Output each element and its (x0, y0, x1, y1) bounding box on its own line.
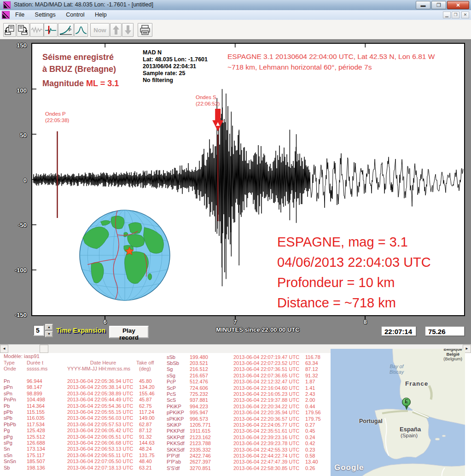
phase-duration: 199.480 (190, 354, 233, 360)
phase-datetime: 2013-06-04 22:05:36.94 UTC (67, 378, 139, 384)
time-expansion-down-button[interactable]: ▼ (45, 331, 53, 337)
scrollbar-thumb[interactable] (40, 345, 48, 353)
globe-image (78, 209, 171, 302)
phase-datetime: 2013-06-04 22:58:30.85 UTC (233, 465, 305, 471)
phase-datetime: 2013-06-04 22:06:05.42 UTC (67, 428, 139, 434)
phase-duration: 173.134 (27, 446, 67, 452)
pick-phase-icon (45, 24, 57, 35)
mdi-restore-button[interactable]: ❐ (452, 12, 459, 18)
phase-datetime: 2013-06-04 22:44:22.74 UTC (233, 453, 305, 459)
play-record-button[interactable]: Play record (109, 326, 149, 338)
close-button[interactable]: ✕ (447, 1, 469, 9)
phase-takeoff: 0.45 (305, 428, 331, 434)
menu-control[interactable]: Control (62, 10, 88, 19)
menu-help[interactable]: Help (91, 10, 111, 19)
phase-takeoff: 2.00 (305, 397, 331, 403)
cursor-time-field[interactable] (381, 326, 416, 336)
phase-datetime: 2013-06-04 22:39:23.16 UTC (233, 435, 305, 441)
phase-takeoff: 87.12 (305, 366, 331, 372)
phase-row: pPKiKP995.9472013-06-04 22:20:35.94 UTC1… (167, 410, 332, 416)
phase-takeoff: 0.44 (305, 404, 331, 410)
phase-duration: 126.688 (27, 440, 67, 446)
time-expansion-label: Time Expansion (56, 327, 105, 334)
phase-name: Sb (4, 465, 27, 471)
phase-name: PbPb (4, 422, 27, 428)
phase-row: Sg216.5122013-06-04 22:07:36.51 UTC87.12 (167, 366, 332, 372)
phase-datetime: 2013-06-04 22:05:38.14 UTC (67, 384, 139, 390)
scroll-left-button[interactable]: ◄ (0, 345, 8, 353)
phase-name: SKKPdf (167, 435, 190, 441)
phase-takeoff: 0.42 (305, 441, 331, 447)
phase-datetime: 2013-06-04 22:20:34.22 UTC (233, 404, 305, 410)
phase-name: ScS (167, 397, 190, 403)
phase-row: sSn175.1172013-06-04 22:06:55.11 UTC131.… (4, 452, 169, 458)
phase-datetime: 2013-06-04 22:07:05.50 UTC (67, 458, 139, 464)
location-map[interactable]: Bay ofBiscay France Portugal España (Spa… (331, 349, 465, 476)
svg-text:P: P (69, 28, 71, 32)
document-icon (2, 11, 10, 19)
phase-datetime: 2013-06-04 22:20:36.57 UTC (233, 416, 305, 422)
phase-name: Pb (4, 403, 27, 409)
phase-takeoff: 179.75 (305, 416, 331, 422)
phase-duration: 125.428 (27, 428, 67, 434)
print-button[interactable] (138, 23, 152, 37)
phase-row: Sn173.1342013-06-04 22:06:53.13 UTC48.24 (4, 446, 169, 452)
france-label: France (405, 380, 428, 387)
phase-duration: 2335.332 (190, 447, 233, 453)
phase-row: SnSn185.5072013-06-04 22:07:05.50 UTC48.… (4, 458, 169, 464)
p-wave-label: Ondes P (22:05:38) (45, 111, 69, 123)
y-tick-label: -100 (6, 267, 27, 274)
window-title: Station: MAD/MAD Lat: 48.035 Lon: -1.760… (14, 1, 153, 8)
save-file-button[interactable] (17, 23, 29, 37)
phase-takeoff: 48.24 (139, 446, 167, 452)
phase-takeoff: 155.46 (139, 391, 167, 397)
phase-row: PcP512.4762013-06-04 22:12:32.47 UTC1.87 (167, 379, 332, 385)
phase-row: Pn96.9442013-06-04 22:05:36.94 UTC45.80 (4, 378, 169, 384)
phase-takeoff: 62.87 (139, 422, 167, 428)
phase-name: pPb (4, 409, 27, 415)
phase-datetime: 2013-06-04 22:47:47.39 UTC (233, 459, 305, 465)
phase-datetime: 2013-06-04 22:12:32.47 UTC (233, 379, 305, 385)
bell-curve-icon (75, 24, 87, 35)
phase-datetime: 2013-06-04 22:16:04.60 UTC (233, 385, 305, 391)
phase-name: sSn (4, 452, 27, 458)
phase-row: ScP724.6062013-06-04 22:16:04.60 UTC1.41 (167, 385, 332, 391)
app-icon (3, 1, 11, 9)
phase-row: PnPn104.4982013-06-04 22:05:44.49 UTC45.… (4, 397, 169, 403)
phase-takeoff: 1.41 (305, 385, 331, 391)
menu-settings[interactable]: Settings (31, 10, 60, 19)
y-tick-label: -50 (6, 222, 27, 229)
pick-phase-button[interactable] (44, 23, 58, 37)
event-summary: ESPAGNE, mag = 3.1 04/06/2013 22:04:03 U… (277, 232, 431, 313)
phase-duration: 175.117 (27, 452, 67, 458)
mdi-minimize-button[interactable]: ▁ (443, 12, 451, 18)
scroll-up-button[interactable] (110, 23, 122, 37)
phase-duration: 185.507 (27, 458, 67, 464)
waveform-button[interactable] (30, 23, 44, 37)
phase-datetime: 2013-06-04 22:20:35.94 UTC (233, 410, 305, 416)
y-tick-label: 50 (6, 132, 27, 139)
phase-datetime: 2013-06-04 22:06:55.11 UTC (67, 452, 139, 458)
seismogram-plot[interactable]: Séisme enregistré à BRUZ (Bretagne) Magn… (31, 43, 465, 316)
google-logo: Google (334, 463, 364, 472)
cursor-amplitude-field[interactable] (425, 326, 465, 336)
time-expansion-up-button[interactable]: ▲ (45, 324, 53, 330)
now-button[interactable]: Now (90, 23, 110, 37)
menu-file[interactable]: File (11, 10, 29, 19)
phase-duration: 995.947 (190, 410, 233, 416)
phase-takeoff: 91.32 (305, 373, 331, 379)
phase-takeoff: 13.40 (305, 459, 331, 465)
minimize-button[interactable]: ▬ (416, 1, 430, 9)
scroll-down-button[interactable] (122, 23, 134, 37)
filter-p-icon: P (59, 24, 73, 35)
printer-icon (139, 24, 151, 35)
mdi-close-button[interactable]: ✕ (461, 12, 469, 18)
filter-p-button[interactable]: P (58, 23, 74, 37)
phase-datetime: 2013-06-04 22:42:55.33 UTC (233, 447, 305, 453)
restore-button[interactable]: ❐ (431, 1, 446, 9)
open-file-button[interactable] (3, 23, 16, 37)
phase-name: sPn (4, 391, 27, 397)
phase-row: sSb199.4802013-06-04 22:07:19.47 UTC116.… (167, 354, 332, 360)
time-expansion-input[interactable] (33, 325, 44, 336)
gaussian-button[interactable] (74, 23, 88, 37)
